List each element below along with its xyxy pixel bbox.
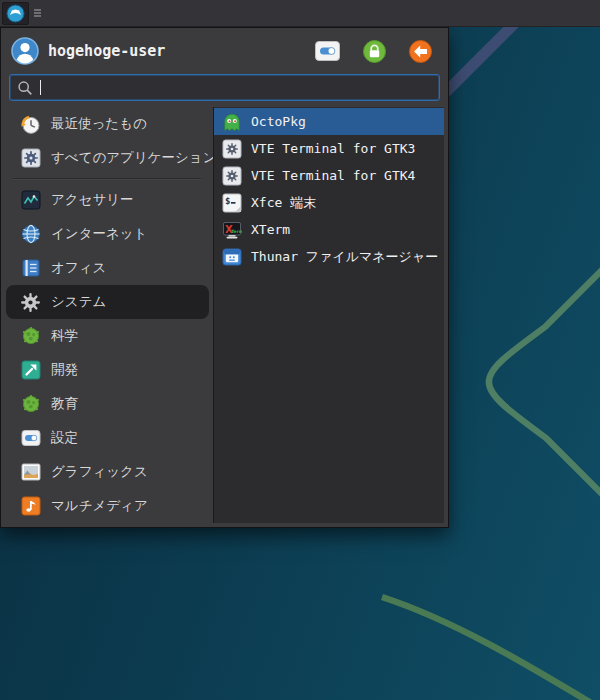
hamburger-icon (33, 8, 42, 18)
octopkg-ghost-icon (221, 111, 242, 132)
multimedia-icon (20, 496, 41, 517)
xterm-icon: XTerm (221, 219, 242, 240)
search-field[interactable] (9, 74, 440, 101)
svg-text:Term: Term (231, 228, 242, 233)
menu-header: hogehoge-user (1, 28, 448, 70)
category-label: 最近使ったもの (51, 115, 147, 133)
xfce-terminal-icon: $ (221, 192, 242, 213)
app-item[interactable]: Thunar ファイルマネージャー (214, 243, 444, 270)
app-item[interactable]: XTerm XTerm (214, 216, 444, 243)
header-buttons (292, 40, 432, 63)
category-label: システム (51, 293, 106, 311)
app-label: VTE Terminal for GTK3 (251, 141, 415, 156)
science-icon (20, 326, 41, 347)
category-item[interactable]: システム (6, 285, 209, 319)
app-label: Thunar ファイルマネージャー (251, 248, 438, 266)
applications-menu-button[interactable] (2, 2, 29, 25)
category-item[interactable]: マルチメディア (6, 489, 209, 523)
lock-screen-button[interactable] (363, 40, 386, 63)
settings-button[interactable] (315, 41, 340, 61)
clock-recent-icon (20, 114, 41, 135)
category-item[interactable]: 教育 (6, 387, 209, 421)
text-cursor (40, 80, 41, 95)
search-input[interactable] (43, 80, 432, 95)
search-icon (17, 80, 33, 96)
top-panel (0, 0, 600, 27)
app-item[interactable]: OctoPkg (214, 108, 444, 135)
graphics-icon (20, 462, 41, 483)
svg-text:$: $ (225, 195, 230, 205)
whisker-menu: hogehoge-user 最近使ったもの すべてのアプリケーション アクセサリ… (0, 27, 449, 528)
category-label: グラフィックス (51, 463, 148, 481)
category-label: インターネット (51, 225, 147, 243)
vte-terminal-icon (221, 165, 242, 186)
app-item[interactable]: $ Xfce 端末 (214, 189, 444, 216)
user-avatar-icon (11, 37, 39, 65)
app-item[interactable]: VTE Terminal for GTK3 (214, 135, 444, 162)
category-item[interactable]: 科学 (6, 319, 209, 353)
category-item[interactable]: インターネット (6, 217, 209, 251)
category-label: 教育 (51, 395, 78, 413)
category-item[interactable]: 最近使ったもの (6, 107, 209, 141)
category-item[interactable]: グラフィックス (6, 455, 209, 489)
logout-button[interactable] (409, 40, 432, 63)
category-list: 最近使ったもの すべてのアプリケーション アクセサリー インターネット オフィス… (1, 107, 213, 523)
category-item[interactable]: アクセサリー (6, 183, 209, 217)
category-label: マルチメディア (51, 497, 148, 515)
category-label: すべてのアプリケーション (51, 149, 216, 167)
settings-toggle-icon (315, 41, 340, 61)
all-applications-icon (20, 148, 41, 169)
thunar-icon (221, 246, 242, 267)
lock-icon (363, 40, 386, 63)
category-item[interactable]: 設定 (6, 421, 209, 455)
category-item[interactable]: オフィス (6, 251, 209, 285)
app-label: OctoPkg (251, 114, 306, 129)
education-icon (20, 394, 41, 415)
user-name: hogehoge-user (48, 42, 165, 60)
xfce-logo-icon (6, 4, 25, 23)
logout-arrow-icon (409, 40, 432, 63)
category-label: 設定 (51, 429, 78, 447)
category-item[interactable]: 開発 (6, 353, 209, 387)
category-label: 科学 (51, 327, 78, 345)
app-list: OctoPkg VTE Terminal for GTK3 VTE Termin… (213, 107, 444, 523)
development-icon (20, 360, 41, 381)
category-label: 開発 (51, 361, 78, 379)
office-icon (20, 258, 41, 279)
app-item[interactable]: VTE Terminal for GTK4 (214, 162, 444, 189)
internet-globe-icon (20, 224, 41, 245)
menu-body: 最近使ったもの すべてのアプリケーション アクセサリー インターネット オフィス… (1, 107, 448, 527)
app-label: VTE Terminal for GTK4 (251, 168, 415, 183)
app-label: XTerm (251, 222, 290, 237)
category-item[interactable]: すべてのアプリケーション (6, 141, 209, 175)
system-gear-icon (20, 292, 41, 313)
category-separator (13, 178, 201, 180)
settings-category-icon (20, 428, 41, 449)
category-label: オフィス (51, 259, 106, 277)
app-label: Xfce 端末 (251, 194, 316, 212)
category-label: アクセサリー (51, 191, 134, 209)
vte-terminal-icon (221, 138, 242, 159)
accessories-icon (20, 190, 41, 211)
